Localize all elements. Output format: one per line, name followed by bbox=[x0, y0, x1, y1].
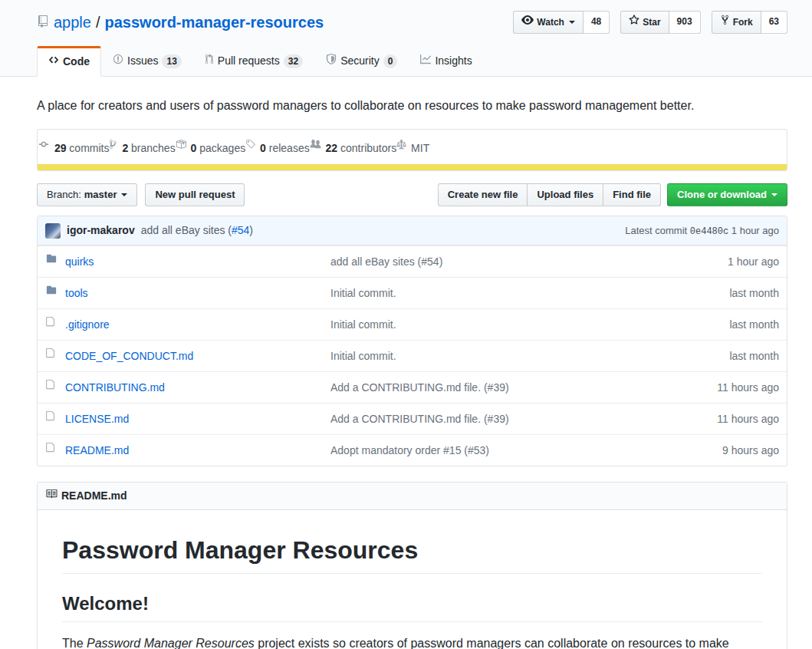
branch-label: Branch: bbox=[47, 187, 81, 203]
table-row: README.md Adopt mandatory order #15 (#53… bbox=[38, 434, 787, 466]
commit-pr-link[interactable]: #54 bbox=[232, 224, 249, 236]
file-commit-message[interactable]: Adopt mandatory order #15 (#53) bbox=[330, 443, 679, 459]
stat-packages-value: 0 bbox=[191, 142, 197, 154]
language-bar[interactable] bbox=[38, 164, 787, 170]
star-button[interactable]: Star bbox=[620, 11, 669, 34]
fork-count[interactable]: 63 bbox=[761, 11, 787, 34]
stat-contributors-label: contributors bbox=[340, 142, 396, 154]
readme-title: Password Manager Resources bbox=[62, 535, 762, 574]
file-link[interactable]: LICENSE.md bbox=[65, 413, 129, 425]
tab-issues[interactable]: Issues 13 bbox=[101, 46, 193, 76]
readme-filename: README.md bbox=[61, 488, 127, 504]
file-icon bbox=[45, 315, 55, 331]
stat-license-label: MIT bbox=[411, 142, 429, 154]
file-commit-message[interactable]: Initial commit. bbox=[330, 285, 679, 301]
breadcrumb-separator: / bbox=[96, 11, 100, 34]
chevron-down-icon bbox=[569, 21, 575, 27]
file-commit-message[interactable]: Add a CONTRIBUTING.md file. (#39) bbox=[330, 411, 679, 427]
repo-summary-box: 29 commits 2 branches 0 packages 0 relea… bbox=[37, 129, 787, 171]
watch-button[interactable]: Watch bbox=[513, 11, 584, 34]
chevron-down-icon bbox=[771, 193, 777, 199]
commit-sha-link[interactable]: 0e4480c bbox=[690, 226, 728, 237]
stat-contributors[interactable]: 22 contributors bbox=[310, 130, 397, 164]
readme-header: README.md bbox=[38, 483, 787, 510]
table-row: LICENSE.md Add a CONTRIBUTING.md file. (… bbox=[38, 403, 787, 434]
upload-files-button[interactable]: Upload files bbox=[527, 183, 603, 206]
branch-name: master bbox=[84, 187, 117, 203]
watch-count[interactable]: 48 bbox=[584, 11, 610, 34]
latest-commit-time: 1 hour ago bbox=[731, 225, 779, 236]
repo-tabs: Code Issues 13 Pull requests 32 bbox=[37, 46, 787, 76]
file-link[interactable]: .gitignore bbox=[65, 318, 110, 331]
file-icon bbox=[45, 410, 55, 426]
stat-contributors-value: 22 bbox=[326, 142, 338, 154]
readme-paragraph: The Password Manager Resources project e… bbox=[62, 634, 762, 649]
file-age: 11 hours ago bbox=[679, 380, 779, 396]
new-pull-request-button[interactable]: New pull request bbox=[145, 183, 245, 206]
tag-icon bbox=[245, 138, 255, 154]
fork-label: Fork bbox=[733, 15, 753, 30]
commit-message-prefix: add all eBay sites ( bbox=[141, 224, 232, 236]
tab-insights[interactable]: Insights bbox=[409, 46, 483, 76]
people-icon bbox=[310, 138, 321, 154]
file-link[interactable]: CODE_OF_CONDUCT.md bbox=[65, 350, 193, 362]
file-commit-message[interactable]: Add a CONTRIBUTING.md file. (#39) bbox=[330, 380, 679, 396]
tab-code[interactable]: Code bbox=[37, 46, 101, 77]
table-row: CODE_OF_CONDUCT.md Initial commit. last … bbox=[38, 340, 787, 371]
file-link[interactable]: tools bbox=[65, 287, 88, 299]
security-counter: 0 bbox=[383, 54, 398, 68]
file-icon bbox=[45, 441, 55, 457]
breadcrumb: apple / password-manager-resources bbox=[37, 11, 324, 34]
readme-content: Password Manager Resources Welcome! The … bbox=[38, 510, 787, 649]
commit-author-link[interactable]: igor-makarov bbox=[67, 222, 135, 239]
file-link[interactable]: CONTRIBUTING.md bbox=[65, 381, 165, 394]
create-new-file-button[interactable]: Create new file bbox=[438, 183, 528, 206]
file-link[interactable]: quirks bbox=[65, 255, 94, 268]
table-row: tools Initial commit. last month bbox=[38, 277, 787, 308]
avatar[interactable] bbox=[45, 223, 61, 239]
issues-counter: 13 bbox=[162, 54, 181, 68]
file-commit-message[interactable]: Initial commit. bbox=[330, 348, 679, 364]
stat-releases[interactable]: 0 releases bbox=[245, 130, 310, 164]
clone-or-download-button[interactable]: Clone or download bbox=[667, 183, 787, 206]
file-icon bbox=[45, 378, 55, 394]
stat-packages-label: packages bbox=[199, 142, 245, 154]
stat-branches[interactable]: 2 branches bbox=[109, 130, 175, 164]
stat-license[interactable]: MIT bbox=[396, 130, 429, 164]
owner-link[interactable]: apple bbox=[54, 11, 91, 34]
folder-icon bbox=[45, 252, 58, 268]
stat-commits-label: commits bbox=[69, 142, 109, 154]
branch-select-button[interactable]: Branch: master bbox=[37, 183, 137, 206]
latest-commit-label: Latest commit bbox=[625, 225, 687, 236]
file-age: 11 hours ago bbox=[679, 411, 779, 427]
readme-paragraph-emphasis: Password Manager Resources bbox=[87, 637, 255, 649]
stat-packages[interactable]: 0 packages bbox=[176, 130, 246, 164]
pull-requests-counter: 32 bbox=[284, 54, 303, 68]
file-commit-message[interactable]: add all eBay sites (#54) bbox=[330, 254, 679, 270]
stat-branches-label: branches bbox=[131, 142, 176, 154]
clone-or-download-label: Clone or download bbox=[677, 187, 767, 203]
table-row: .gitignore Initial commit. last month bbox=[38, 308, 787, 340]
readme-box: README.md Password Manager Resources Wel… bbox=[37, 482, 787, 649]
repo-name-link[interactable]: password-manager-resources bbox=[105, 11, 324, 34]
commit-message[interactable]: add all eBay sites (#54) bbox=[141, 222, 253, 239]
issue-opened-icon bbox=[113, 53, 123, 69]
stat-commits[interactable]: 29 commits bbox=[38, 130, 109, 164]
find-file-button[interactable]: Find file bbox=[603, 183, 661, 206]
file-age: last month bbox=[679, 285, 779, 301]
tab-pull-requests-label: Pull requests bbox=[218, 53, 280, 69]
file-age: 1 hour ago bbox=[679, 254, 779, 270]
files-box: igor-makarov add all eBay sites (#54) La… bbox=[37, 216, 787, 466]
file-navigation: Branch: master New pull request Create n… bbox=[37, 183, 787, 206]
tab-pull-requests[interactable]: Pull requests 32 bbox=[193, 46, 314, 76]
repo-header: apple / password-manager-resources Watch… bbox=[0, 0, 812, 77]
star-icon bbox=[629, 15, 639, 30]
tab-security[interactable]: Security 0 bbox=[314, 46, 409, 76]
fork-button[interactable]: Fork bbox=[712, 11, 761, 34]
star-count[interactable]: 903 bbox=[669, 11, 701, 34]
file-link[interactable]: README.md bbox=[65, 444, 129, 456]
graph-icon bbox=[420, 53, 431, 69]
tab-code-label: Code bbox=[63, 54, 90, 70]
file-commit-message[interactable]: Initial commit. bbox=[330, 317, 679, 333]
stat-releases-label: releases bbox=[269, 142, 310, 154]
